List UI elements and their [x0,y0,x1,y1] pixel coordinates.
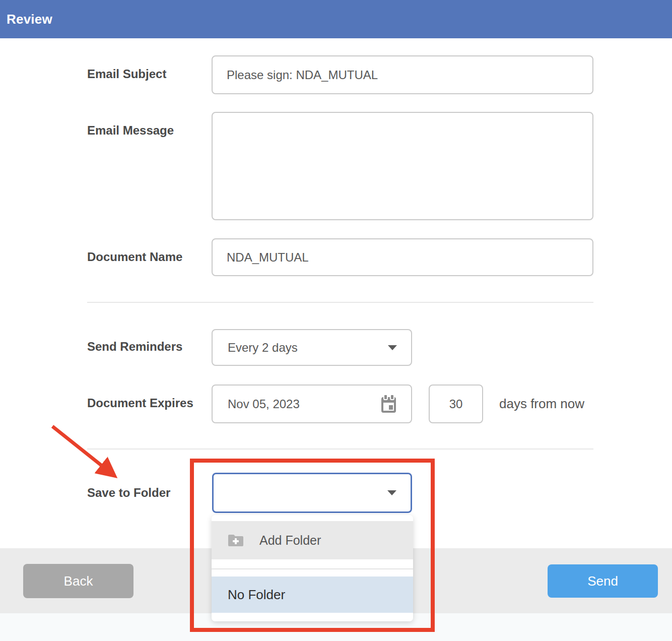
folder-plus-icon [228,534,243,546]
calendar-icon [381,395,397,414]
send-reminders-select[interactable]: Every 2 days [212,329,412,366]
folder-dropdown-panel: Add Folder No Folder [212,515,413,621]
email-message-textarea[interactable] [212,112,593,220]
header-bar: Review [0,0,672,38]
chevron-down-icon [387,490,396,495]
expire-date-picker[interactable]: Nov 05, 2023 [212,384,412,423]
expire-days-input[interactable] [429,384,483,423]
email-subject-input[interactable] [212,55,593,94]
section-divider [87,302,593,303]
send-button[interactable]: Send [548,564,658,598]
review-page: Review Email Subject Email Message Docum… [0,0,672,641]
document-name-input[interactable] [212,238,593,276]
page-title: Review [7,12,52,27]
send-reminders-value: Every 2 days [228,341,298,355]
dropdown-item-label: Add Folder [259,533,321,548]
back-button[interactable]: Back [23,564,133,598]
send-reminders-label: Send Reminders [87,340,182,354]
section-divider [87,448,593,450]
dropdown-spacer [212,559,413,568]
days-from-now-text: days from now [499,396,584,412]
chevron-down-icon [388,345,397,350]
save-to-folder-select[interactable] [212,473,412,513]
document-name-label: Document Name [87,250,182,264]
document-expires-label: Document Expires [87,396,193,410]
expire-date-value: Nov 05, 2023 [228,397,300,411]
dropdown-spacer [212,569,413,576]
dropdown-spacer [212,515,413,521]
email-message-label: Email Message [87,123,174,138]
dropdown-item-add-folder[interactable]: Add Folder [212,521,413,559]
email-subject-label: Email Subject [87,67,166,81]
annotation-arrow [48,422,128,488]
dropdown-item-label: No Folder [228,587,285,603]
dropdown-item-no-folder[interactable]: No Folder [212,576,413,613]
save-to-folder-label: Save to Folder [87,486,170,500]
